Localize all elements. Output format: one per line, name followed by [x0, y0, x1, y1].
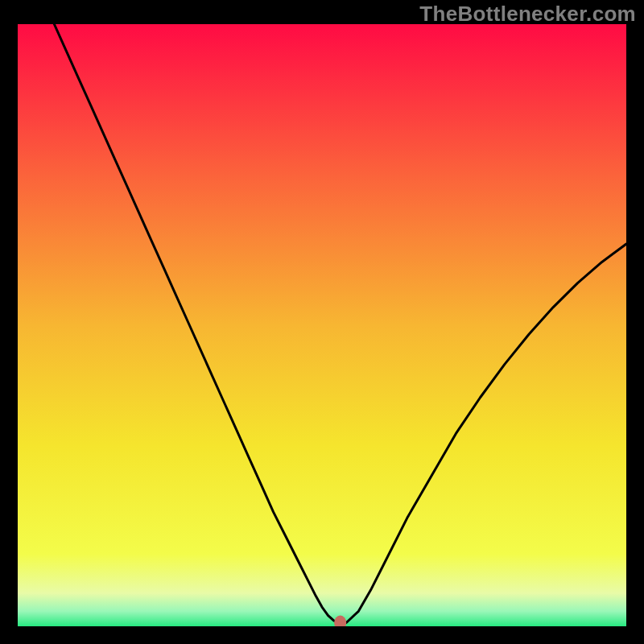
gradient-background — [18, 24, 626, 626]
watermark-text: TheBottlenecker.com — [419, 2, 636, 27]
chart-frame: TheBottlenecker.com — [0, 0, 644, 644]
bottleneck-curve-chart — [18, 24, 626, 626]
plot-area — [18, 24, 626, 626]
